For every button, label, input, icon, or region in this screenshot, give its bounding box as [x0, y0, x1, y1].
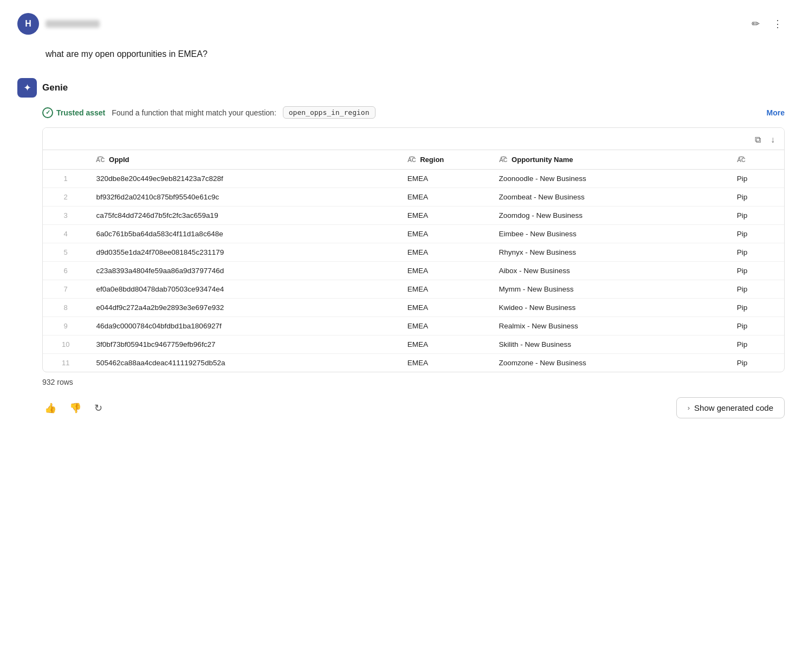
user-question: what are my open opportunities in EMEA? — [46, 48, 785, 61]
copy-button[interactable]: ⧉ — [753, 133, 762, 146]
cell-rownum: 5 — [43, 243, 88, 262]
more-menu-button[interactable]: ⋮ — [771, 16, 785, 32]
cell-oppname: Zoomzone - New Business — [491, 354, 729, 372]
download-icon: ↓ — [771, 135, 775, 144]
cell-extra: Pip — [729, 206, 784, 225]
more-icon: ⋮ — [773, 18, 782, 30]
col-type-icon-oppid: A͡C — [96, 157, 105, 164]
cell-oppid: d9d0355e1da24f708ee081845c231179 — [88, 243, 399, 262]
cell-oppid: bf932f6d2a02410c875bf95540e61c9c — [88, 188, 399, 206]
refresh-button[interactable]: ↻ — [92, 400, 105, 416]
cell-extra: Pip — [729, 188, 784, 206]
cell-rownum: 4 — [43, 225, 88, 243]
thumbs-down-icon: 👎 — [69, 403, 81, 413]
download-button[interactable]: ↓ — [769, 133, 777, 146]
user-section: H — [17, 13, 100, 35]
cell-extra: Pip — [729, 170, 784, 188]
trusted-badge: ✓ Trusted asset — [42, 107, 105, 118]
th-extra[interactable]: A͡C — [729, 150, 784, 170]
cell-extra: Pip — [729, 243, 784, 262]
cell-region: EMEA — [400, 335, 491, 354]
cell-oppid: 6a0c761b5ba64da583c4f11d1a8c648e — [88, 225, 399, 243]
cell-oppname: Zoonoodle - New Business — [491, 170, 729, 188]
cell-oppid: c23a8393a4804fe59aa86a9d3797746d — [88, 262, 399, 280]
edit-icon: ✏ — [752, 18, 760, 30]
show-generated-code-button[interactable]: › Show generated code — [676, 397, 785, 418]
col-type-icon-oppname: A͡C — [499, 157, 508, 164]
data-table: A͡C OppId A͡C Region A͡C Opportunity Nam… — [43, 150, 784, 372]
thumbs-up-button[interactable]: 👍 — [42, 400, 59, 416]
cell-extra: Pip — [729, 317, 784, 335]
edit-button[interactable]: ✏ — [749, 16, 762, 32]
copy-icon: ⧉ — [755, 135, 761, 144]
col-type-icon-region: A͡C — [408, 157, 416, 164]
header-actions: ✏ ⋮ — [749, 16, 785, 32]
cell-region: EMEA — [400, 280, 491, 299]
cell-extra: Pip — [729, 262, 784, 280]
cell-oppid: ef0a0e8bdd80478dab70503ce93474e4 — [88, 280, 399, 299]
row-count: 932 rows — [42, 378, 785, 386]
show-code-label: Show generated code — [694, 403, 773, 412]
table-row: 46a0c761b5ba64da583c4f11d1a8c648eEMEAEim… — [43, 225, 784, 243]
cell-oppname: Zoomdog - New Business — [491, 206, 729, 225]
cell-region: EMEA — [400, 206, 491, 225]
cell-oppid: 320dbe8e20c449ec9eb821423a7c828f — [88, 170, 399, 188]
cell-oppid: 3f0bf73bf05941bc9467759efb96fc27 — [88, 335, 399, 354]
check-circle-icon: ✓ — [42, 107, 53, 118]
header-row: H ✏ ⋮ — [17, 13, 785, 35]
cell-region: EMEA — [400, 299, 491, 317]
footer-actions: 👍 👎 ↻ › Show generated code — [42, 397, 785, 418]
trusted-asset-row: ✓ Trusted asset Found a function that mi… — [42, 106, 785, 119]
cell-oppname: Eimbee - New Business — [491, 225, 729, 243]
refresh-icon: ↻ — [94, 403, 102, 413]
table-row: 946da9c0000784c04bfdbd1ba1806927fEMEARea… — [43, 317, 784, 335]
page-wrapper: H ✏ ⋮ what are my open opportunities in … — [0, 0, 802, 672]
cell-rownum: 6 — [43, 262, 88, 280]
cell-oppname: Realmix - New Business — [491, 317, 729, 335]
cell-rownum: 9 — [43, 317, 88, 335]
table-row: 6c23a8393a4804fe59aa86a9d3797746dEMEAAib… — [43, 262, 784, 280]
cell-oppname: Aibox - New Business — [491, 262, 729, 280]
cell-extra: Pip — [729, 299, 784, 317]
table-row: 1320dbe8e20c449ec9eb821423a7c828fEMEAZoo… — [43, 170, 784, 188]
table-row: 3ca75fc84dd7246d7b5fc2fc3ac659a19EMEAZoo… — [43, 206, 784, 225]
th-rownum — [43, 150, 88, 170]
cell-region: EMEA — [400, 354, 491, 372]
cell-region: EMEA — [400, 225, 491, 243]
function-chip[interactable]: open_opps_in_region — [283, 106, 376, 119]
cell-oppname: Zoombeat - New Business — [491, 188, 729, 206]
genie-header: ✦ Genie — [17, 78, 785, 98]
username-blur — [46, 20, 100, 28]
table-row: 103f0bf73bf05941bc9467759efb96fc27EMEASk… — [43, 335, 784, 354]
cell-rownum: 7 — [43, 280, 88, 299]
cell-rownum: 1 — [43, 170, 88, 188]
avatar: H — [17, 13, 39, 35]
table-row: 8e044df9c272a4a2b9e2893e3e697e932EMEAKwi… — [43, 299, 784, 317]
cell-oppname: Kwideo - New Business — [491, 299, 729, 317]
th-region[interactable]: A͡C Region — [400, 150, 491, 170]
col-type-icon-extra: A͡C — [737, 157, 746, 164]
cell-extra: Pip — [729, 225, 784, 243]
th-oppname[interactable]: A͡C Opportunity Name — [491, 150, 729, 170]
cell-rownum: 3 — [43, 206, 88, 225]
genie-icon: ✦ — [17, 78, 37, 98]
found-text: Found a function that might match your q… — [112, 108, 276, 117]
table-body: 1320dbe8e20c449ec9eb821423a7c828fEMEAZoo… — [43, 170, 784, 372]
more-link[interactable]: More — [767, 108, 785, 117]
cell-rownum: 11 — [43, 354, 88, 372]
table-row: 5d9d0355e1da24f708ee081845c231179EMEARhy… — [43, 243, 784, 262]
chevron-right-icon: › — [688, 404, 690, 412]
th-region-label: Region — [420, 156, 444, 164]
trusted-asset-label: Trusted asset — [56, 108, 105, 117]
thumbs-down-button[interactable]: 👎 — [67, 400, 83, 416]
cell-extra: Pip — [729, 280, 784, 299]
genie-label: Genie — [42, 82, 68, 93]
cell-region: EMEA — [400, 170, 491, 188]
cell-rownum: 10 — [43, 335, 88, 354]
table-toolbar: ⧉ ↓ — [43, 128, 784, 150]
th-oppid[interactable]: A͡C OppId — [88, 150, 399, 170]
cell-rownum: 8 — [43, 299, 88, 317]
cell-oppname: Mymm - New Business — [491, 280, 729, 299]
thumbs-up-icon: 👍 — [44, 403, 56, 413]
th-oppname-label: Opportunity Name — [512, 156, 573, 164]
